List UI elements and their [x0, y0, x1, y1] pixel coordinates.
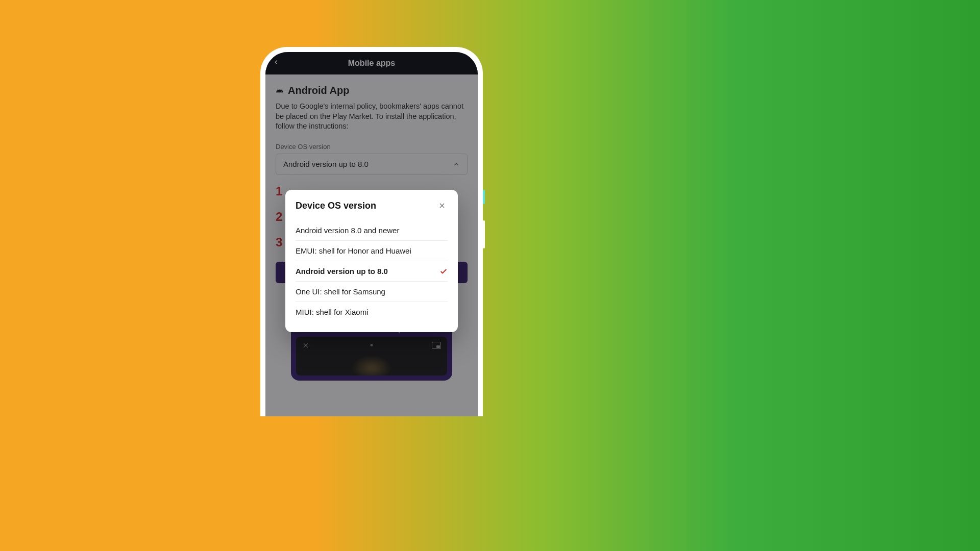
modal-close-button[interactable]	[436, 200, 448, 211]
option-label: MIUI: shell for Xiaomi	[296, 308, 369, 316]
phone-frame: Mobile apps Android App Due to Google's …	[260, 47, 483, 416]
os-option[interactable]: One UI: shell for Samsung	[296, 282, 448, 302]
phone-side-button	[483, 220, 485, 248]
option-label: EMUI: shell for Honor and Huawei	[296, 246, 411, 255]
os-option[interactable]: MIUI: shell for Xiaomi	[296, 302, 448, 322]
phone-screen-bezel: Mobile apps Android App Due to Google's …	[265, 52, 478, 416]
modal-title: Device OS version	[296, 201, 376, 211]
modal-header: Device OS version	[296, 200, 448, 211]
close-icon	[438, 202, 446, 209]
os-version-modal: Device OS version Android version 8.0 an…	[285, 190, 458, 332]
os-option[interactable]: Android version up to 8.0	[296, 261, 448, 282]
option-label: One UI: shell for Samsung	[296, 287, 385, 296]
option-list: Android version 8.0 and newer EMUI: shel…	[296, 220, 448, 322]
os-option[interactable]: Android version 8.0 and newer	[296, 220, 448, 241]
check-icon	[439, 267, 448, 276]
option-label: Android version 8.0 and newer	[296, 226, 399, 235]
option-label: Android version up to 8.0	[296, 267, 388, 276]
phone-side-button	[483, 190, 485, 204]
app-screen: Mobile apps Android App Due to Google's …	[265, 52, 478, 416]
os-option[interactable]: EMUI: shell for Honor and Huawei	[296, 241, 448, 261]
